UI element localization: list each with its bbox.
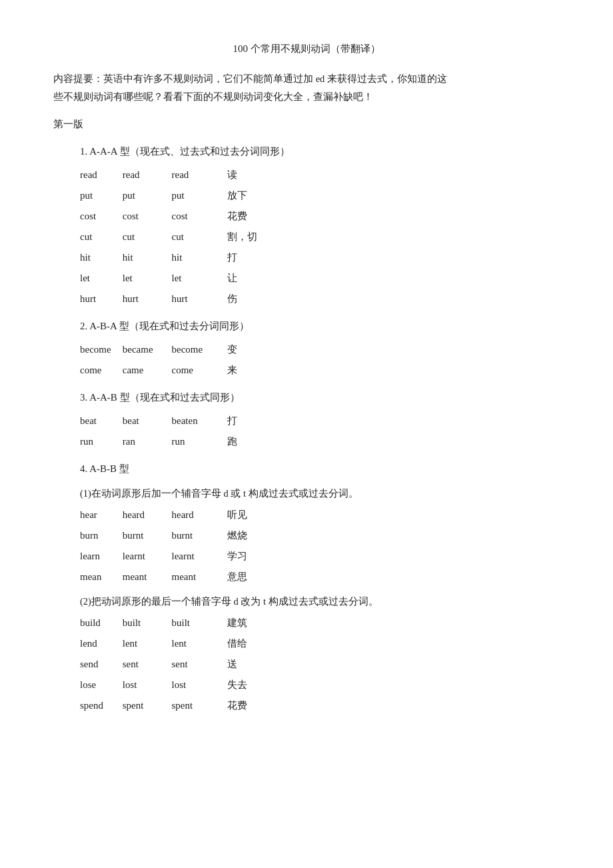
verb-row: hear heard heard 听见 [80, 506, 560, 524]
section-4-title: 4. A-B-B 型 [80, 460, 560, 478]
section-4-subnote1: (1)在动词原形后加一个辅音字母 d 或 t 构成过去式或过去分词。 [80, 485, 560, 502]
verb-row: lose lost lost 失去 [80, 676, 560, 694]
verb-row: lend lent lent 借给 [80, 635, 560, 653]
section-1-title: 1. A-A-A 型（现在式、过去式和过去分词同形） [80, 143, 560, 161]
verb-row: cost cost cost 花费 [80, 207, 560, 225]
verb-row: mean meant meant 意思 [80, 568, 560, 586]
verb-row: spend spent spent 花费 [80, 697, 560, 715]
section-4-subnote2: (2)把动词原形的最后一个辅音字母 d 改为 t 构成过去式或过去分词。 [80, 593, 560, 610]
verb-row: become became become 变 [80, 341, 560, 359]
section-2-title: 2. A-B-A 型（现在式和过去分词同形） [80, 317, 560, 335]
section-3-title: 3. A-A-B 型（现在式和过去式同形） [80, 389, 560, 407]
section-4: 4. A-B-B 型 (1)在动词原形后加一个辅音字母 d 或 t 构成过去式或… [80, 460, 560, 715]
section-3: 3. A-A-B 型（现在式和过去式同形） beat beat beaten 打… [80, 389, 560, 451]
section-2: 2. A-B-A 型（现在式和过去分词同形） become became bec… [80, 317, 560, 379]
page-title: 100 个常用不规则动词（带翻译） [53, 40, 560, 58]
verb-row: burn burnt burnt 燃烧 [80, 527, 560, 545]
section-1: 1. A-A-A 型（现在式、过去式和过去分词同形） read read rea… [80, 143, 560, 308]
verb-row: put put put 放下 [80, 187, 560, 205]
verb-row: hurt hurt hurt 伤 [80, 290, 560, 308]
verb-row: send sent sent 送 [80, 655, 560, 673]
verb-row: read read read 读 [80, 166, 560, 184]
intro-paragraph: 内容提要：英语中有许多不规则动词，它们不能简单通过加 ed 来获得过去式，你知道… [53, 70, 560, 106]
verb-row: learn learnt learnt 学习 [80, 547, 560, 565]
verb-row: come came come 来 [80, 361, 560, 379]
verb-row: beat beat beaten 打 [80, 412, 560, 430]
edition-label: 第一版 [53, 115, 560, 133]
verb-row: cut cut cut 割，切 [80, 228, 560, 246]
verb-row: hit hit hit 打 [80, 249, 560, 267]
verb-row: build built built 建筑 [80, 614, 560, 632]
verb-row: let let let 让 [80, 269, 560, 287]
verb-row: run ran run 跑 [80, 433, 560, 451]
